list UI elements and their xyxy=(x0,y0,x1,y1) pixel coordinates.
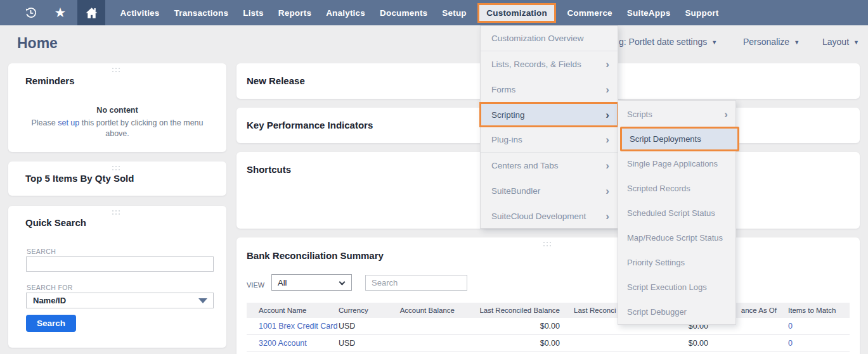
chevron-down-icon xyxy=(339,279,346,286)
scripting-submenu: Scripts› Script Deployments Single Page … xyxy=(618,100,736,325)
bank-reconciliation-portlet: Bank Reconciliation Summary VIEW All Acc… xyxy=(236,237,860,354)
drag-handle-icon[interactable] xyxy=(543,242,551,246)
portlet-title: New Release xyxy=(247,75,305,86)
chevron-down-icon: ▼ xyxy=(711,39,717,46)
table-search-input[interactable] xyxy=(365,275,467,291)
portlet-title: Quick Search xyxy=(25,217,86,228)
page-title: Home xyxy=(17,35,58,52)
column-header: Currency xyxy=(339,307,392,314)
customization-menu: Customization Overview Lists, Records, &… xyxy=(480,25,618,229)
reminders-empty-state: No content Please set up this portlet by… xyxy=(22,105,212,139)
menu-item-scripting[interactable]: Scripting› xyxy=(479,102,619,127)
portlet-title: Reminders xyxy=(25,75,75,86)
menu-item-suitebundler[interactable]: SuiteBundler› xyxy=(481,178,618,203)
chevron-right-icon: › xyxy=(606,160,609,171)
view-label: VIEW xyxy=(247,281,264,289)
view-select[interactable]: All xyxy=(271,274,352,291)
portlet-title: Shortcuts xyxy=(247,164,291,175)
nav-tab-reports[interactable]: Reports xyxy=(278,8,311,18)
chevron-right-icon: › xyxy=(606,59,609,70)
submenu-item-script-deployments[interactable]: Script Deployments xyxy=(620,127,739,151)
menu-item-centers-and-tabs[interactable]: Centers and Tabs› xyxy=(481,153,618,178)
nav-tab-customization[interactable]: Customization xyxy=(477,3,556,23)
dropdown-triangle-icon xyxy=(198,298,207,303)
chevron-right-icon: › xyxy=(606,84,609,95)
menu-item-customization-overview[interactable]: Customization Overview xyxy=(481,26,618,51)
column-header: Account Balance xyxy=(392,307,456,314)
table-row: 1001 Brex Credit Card USD $0.00 $0.00 0 xyxy=(247,318,850,335)
menu-item-forms[interactable]: Forms› xyxy=(481,77,618,102)
nav-tab-setup[interactable]: Setup xyxy=(442,8,467,18)
submenu-item-scheduled-script-status[interactable]: Scheduled Script Status xyxy=(618,201,735,225)
drag-handle-icon[interactable] xyxy=(112,210,120,215)
layout-dropdown[interactable]: Layout▼ xyxy=(822,37,859,47)
submenu-item-script-debugger[interactable]: Script Debugger xyxy=(618,300,735,324)
nav-tab-lists[interactable]: Lists xyxy=(243,8,264,18)
chevron-right-icon: › xyxy=(606,211,609,222)
search-for-select[interactable]: Name/ID xyxy=(26,293,214,308)
chevron-right-icon: › xyxy=(724,109,728,120)
nav-tab-transactions[interactable]: Transactions xyxy=(174,8,229,18)
submenu-item-priority-settings[interactable]: Priority Settings xyxy=(618,250,735,275)
nav-tab-activities[interactable]: Activities xyxy=(120,8,160,18)
nav-tabs: Activities Transactions Lists Reports An… xyxy=(113,0,726,25)
drag-handle-icon[interactable] xyxy=(112,166,120,170)
drag-handle-icon[interactable] xyxy=(112,68,120,72)
submenu-item-scripts[interactable]: Scripts› xyxy=(618,102,735,127)
account-link[interactable]: 1001 Brex Credit Card xyxy=(259,322,337,331)
bank-reconciliation-table: Account Name Currency Account Balance La… xyxy=(247,303,850,352)
column-header: Last Reconciled Balance xyxy=(456,307,564,314)
table-header-row: Account Name Currency Account Balance La… xyxy=(247,303,850,318)
column-header: Items to Match xyxy=(777,307,850,314)
personalize-dropdown[interactable]: Personalize▼ xyxy=(743,37,800,47)
search-button[interactable]: Search xyxy=(26,315,76,332)
submenu-item-single-page-applications[interactable]: Single Page Applications xyxy=(618,151,735,176)
chevron-right-icon: › xyxy=(606,186,609,196)
items-to-match-link[interactable]: 0 xyxy=(788,339,793,348)
menu-item-suitecloud-development[interactable]: SuiteCloud Development› xyxy=(481,203,618,229)
submenu-item-script-execution-logs[interactable]: Script Execution Logs xyxy=(618,275,735,300)
menu-item-plug-ins[interactable]: Plug-ins› xyxy=(481,127,618,153)
quick-search-portlet: Quick Search SEARCH SEARCH FOR Name/ID S… xyxy=(8,206,226,348)
no-content-label: No content xyxy=(22,105,212,116)
portlet-date-settings-dropdown[interactable]: g: Portlet date settings▼ xyxy=(619,37,717,47)
reminders-portlet: Reminders No content Please set up this … xyxy=(8,63,226,152)
nav-tab-commerce[interactable]: Commerce xyxy=(567,8,612,18)
chevron-down-icon: ▼ xyxy=(853,39,859,46)
nav-tab-analytics[interactable]: Analytics xyxy=(326,8,365,18)
top-navbar: ★ Activities Transactions Lists Reports … xyxy=(0,0,868,25)
table-row: 3200 Account USD $0.00 $0.00 0 xyxy=(247,335,850,352)
nav-tab-suiteapps[interactable]: SuiteApps xyxy=(627,8,671,18)
search-field-label: SEARCH xyxy=(27,248,56,255)
menu-item-lists-records-fields[interactable]: Lists, Records, & Fields› xyxy=(481,51,618,77)
search-for-field-label: SEARCH FOR xyxy=(27,284,73,291)
items-to-match-link[interactable]: 0 xyxy=(788,322,793,331)
chevron-down-icon: ▼ xyxy=(794,39,800,46)
chevron-right-icon: › xyxy=(606,110,609,120)
portlet-title: Key Performance Indicators xyxy=(247,120,373,130)
column-header: Account Name xyxy=(247,307,339,314)
account-link[interactable]: 3200 Account xyxy=(259,339,307,348)
history-icon[interactable] xyxy=(18,0,43,25)
home-icon[interactable] xyxy=(77,0,105,25)
star-icon[interactable]: ★ xyxy=(48,0,73,25)
portlet-title: Bank Reconciliation Summary xyxy=(247,250,384,261)
nav-tab-documents[interactable]: Documents xyxy=(380,8,427,18)
chevron-right-icon: › xyxy=(606,134,609,145)
set-up-link[interactable]: set up xyxy=(58,118,79,127)
top-items-portlet: Top 5 Items By Qty Sold xyxy=(8,161,226,196)
portlet-title: Top 5 Items By Qty Sold xyxy=(25,173,134,184)
nav-tab-support[interactable]: Support xyxy=(685,8,718,18)
submenu-item-scripted-records[interactable]: Scripted Records xyxy=(618,176,735,201)
submenu-item-map-reduce-script-status[interactable]: Map/Reduce Script Status xyxy=(618,225,735,250)
search-input[interactable] xyxy=(26,256,214,272)
